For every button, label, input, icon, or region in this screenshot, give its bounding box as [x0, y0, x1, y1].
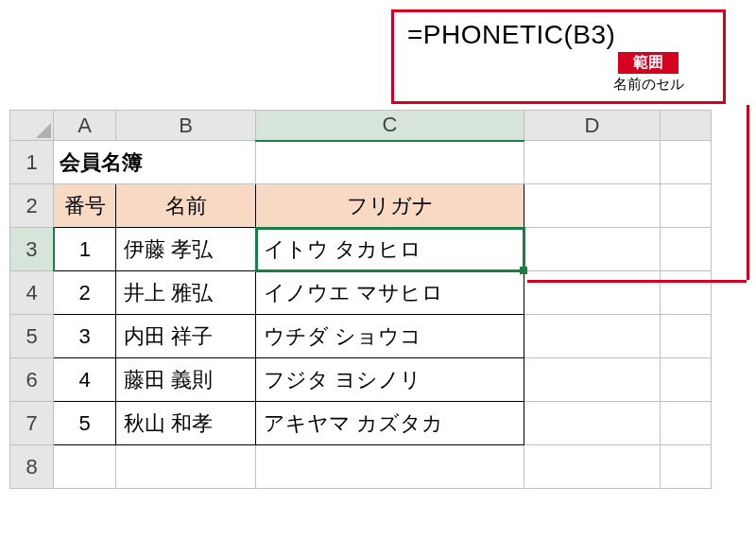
cell-E4[interactable]	[661, 271, 712, 315]
row-header-8[interactable]: 8	[10, 445, 54, 489]
row-header-6[interactable]: 6	[10, 358, 54, 402]
callout-connector-vertical	[747, 105, 749, 280]
cell-A6[interactable]: 4	[54, 358, 116, 402]
cell-A3[interactable]: 1	[54, 228, 116, 271]
row-7: 7 5 秋山 和孝 アキヤマ カズタカ	[10, 402, 712, 445]
col-header-E[interactable]	[661, 111, 712, 141]
column-header-row: A B C D	[10, 111, 712, 141]
cell-A4[interactable]: 2	[54, 271, 116, 315]
row-header-3[interactable]: 3	[10, 228, 54, 271]
range-badge: 範囲	[618, 52, 679, 74]
select-all-corner[interactable]	[10, 111, 54, 141]
cell-C3-selected[interactable]: イトウ タカヒロ	[256, 228, 524, 271]
row-header-5[interactable]: 5	[10, 315, 54, 358]
sheet-title[interactable]: 会員名簿	[54, 141, 256, 184]
cell-B3[interactable]: 伊藤 孝弘	[116, 228, 256, 271]
cell-E8[interactable]	[661, 445, 712, 489]
callout-connector-horizontal	[527, 280, 747, 283]
cell-D2[interactable]	[524, 184, 661, 228]
fill-handle[interactable]	[520, 267, 527, 274]
cell-C1[interactable]	[256, 141, 524, 184]
cell-C4[interactable]: イノウエ マサヒロ	[256, 271, 524, 315]
cell-C5[interactable]: ウチダ ショウコ	[256, 315, 524, 358]
cell-A8[interactable]	[54, 445, 116, 489]
formula-prefix: =PHONETIC(	[407, 20, 573, 49]
cell-D3[interactable]	[524, 228, 661, 271]
cell-E5[interactable]	[661, 315, 712, 358]
cell-D5[interactable]	[524, 315, 661, 358]
row-1: 1 会員名簿	[10, 141, 712, 184]
formula-arg-badge-row: 範囲 名前のセル	[601, 52, 696, 94]
cell-D8[interactable]	[524, 445, 661, 489]
cell-A7[interactable]: 5	[54, 402, 116, 445]
row-2: 2 番号 名前 フリガナ	[10, 184, 712, 228]
row-5: 5 3 内田 祥子 ウチダ ショウコ	[10, 315, 712, 358]
col-header-A[interactable]: A	[54, 111, 116, 141]
col-header-D[interactable]: D	[524, 111, 661, 141]
row-4: 4 2 井上 雅弘 イノウエ マサヒロ	[10, 271, 712, 315]
cell-C8[interactable]	[256, 445, 524, 489]
cell-D1[interactable]	[524, 141, 661, 184]
row-header-1[interactable]: 1	[10, 141, 54, 184]
cell-C7[interactable]: アキヤマ カズタカ	[256, 402, 524, 445]
formula-ref: B3	[573, 20, 606, 50]
header-furigana[interactable]: フリガナ	[256, 184, 524, 228]
cell-B4[interactable]: 井上 雅弘	[116, 271, 256, 315]
col-header-B[interactable]: B	[116, 111, 256, 141]
formula-suffix: )	[607, 20, 616, 49]
range-badge-caption: 名前のセル	[613, 76, 684, 94]
cell-E1[interactable]	[661, 141, 712, 184]
row-header-7[interactable]: 7	[10, 402, 54, 445]
header-num[interactable]: 番号	[54, 184, 116, 228]
cell-B7[interactable]: 秋山 和孝	[116, 402, 256, 445]
cell-A5[interactable]: 3	[54, 315, 116, 358]
formula-callout-wrap: =PHONETIC( B3 ) 範囲 名前のセル	[9, 9, 747, 104]
row-header-2[interactable]: 2	[10, 184, 54, 228]
cell-B5[interactable]: 内田 祥子	[116, 315, 256, 358]
spreadsheet-grid[interactable]: A B C D 1 会員名簿 2 番号 名前 フリガナ 3 1 伊藤 孝弘 イト…	[9, 110, 712, 489]
row-6: 6 4 藤田 義則 フジタ ヨシノリ	[10, 358, 712, 402]
cell-E7[interactable]	[661, 402, 712, 445]
cell-D6[interactable]	[524, 358, 661, 402]
header-name[interactable]: 名前	[116, 184, 256, 228]
formula-callout: =PHONETIC( B3 ) 範囲 名前のセル	[391, 9, 726, 104]
row-3: 3 1 伊藤 孝弘 イトウ タカヒロ	[10, 228, 712, 271]
col-header-C[interactable]: C	[256, 111, 524, 141]
cell-B6[interactable]: 藤田 義則	[116, 358, 256, 402]
cell-D4[interactable]	[524, 271, 661, 315]
cell-E3[interactable]	[661, 228, 712, 271]
cell-C6[interactable]: フジタ ヨシノリ	[256, 358, 524, 402]
row-header-4[interactable]: 4	[10, 271, 54, 315]
cell-E6[interactable]	[661, 358, 712, 402]
cell-C3-value: イトウ タカヒロ	[264, 237, 421, 261]
formula-text: =PHONETIC( B3 )	[407, 20, 710, 50]
cell-B8[interactable]	[116, 445, 256, 489]
row-8: 8	[10, 445, 712, 489]
cell-E2[interactable]	[661, 184, 712, 228]
cell-D7[interactable]	[524, 402, 661, 445]
